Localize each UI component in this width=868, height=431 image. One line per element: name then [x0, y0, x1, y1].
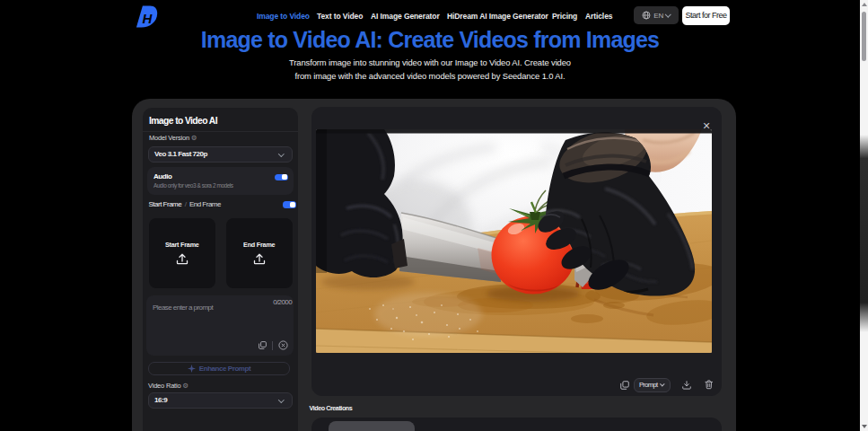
svg-text:H: H	[142, 10, 153, 25]
